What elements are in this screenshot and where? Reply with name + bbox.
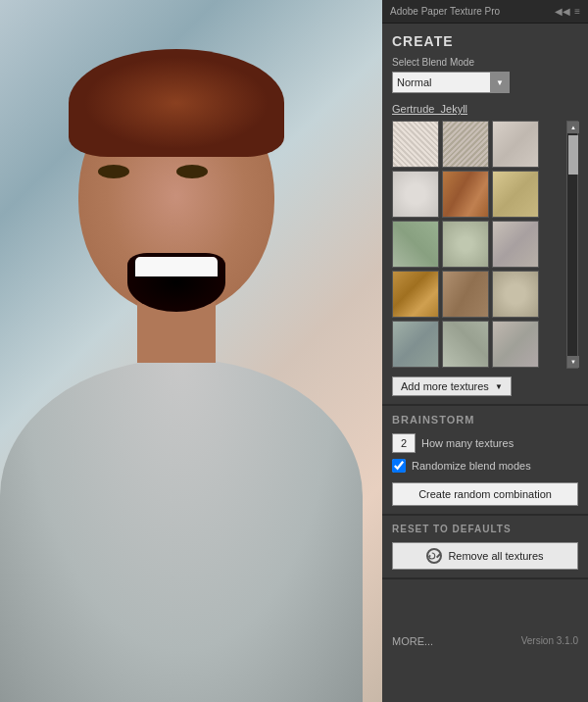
texture-thumb[interactable] — [492, 121, 539, 168]
add-textures-label: Add more textures — [401, 380, 489, 392]
scroll-down-arrow[interactable]: ▼ — [567, 356, 579, 368]
texture-thumb[interactable] — [492, 171, 539, 218]
person-body — [0, 359, 363, 702]
randomize-row: Randomize blend modes — [392, 459, 578, 473]
texture-thumb[interactable] — [442, 171, 489, 218]
blend-mode-label: Select Blend Mode — [392, 57, 578, 68]
create-section: CREATE Select Blend Mode Normal Multiply… — [382, 24, 588, 406]
blend-mode-select[interactable]: Normal Multiply Screen Overlay Soft Ligh… — [392, 72, 510, 93]
create-random-button[interactable]: Create random combination — [392, 482, 578, 506]
brainstorm-title: BRAINSTORM — [392, 414, 578, 426]
texture-thumb[interactable] — [392, 321, 439, 368]
texture-thumb[interactable] — [492, 321, 539, 368]
texture-thumb[interactable] — [442, 221, 489, 268]
panel-controls[interactable]: ◀◀ ≡ — [555, 6, 580, 17]
collapse-icon[interactable]: ◀◀ — [555, 6, 570, 17]
add-textures-button[interactable]: Add more textures ▼ — [392, 376, 512, 396]
how-many-row: How many textures — [392, 433, 578, 453]
create-title: CREATE — [392, 33, 578, 49]
panel-title: Adobe Paper Texture Pro — [390, 6, 500, 17]
person-hair — [69, 49, 284, 157]
texture-thumb[interactable] — [492, 221, 539, 268]
panel-header: Adobe Paper Texture Pro ◀◀ ≡ — [382, 0, 588, 24]
person-teeth-top — [135, 257, 218, 276]
texture-author[interactable]: Gertrude_Jekyll — [392, 103, 578, 115]
texture-thumb[interactable] — [392, 221, 439, 268]
how-many-label: How many textures — [421, 437, 514, 449]
texture-thumb[interactable] — [392, 271, 439, 318]
reset-section: RESET TO DEFAULTS Remove all textures — [382, 516, 588, 579]
texture-scrollbar[interactable]: ▲ ▼ — [566, 121, 578, 369]
scroll-thumb[interactable] — [568, 135, 578, 175]
texture-thumb[interactable] — [392, 121, 439, 168]
texture-grid — [392, 121, 564, 369]
texture-thumb[interactable] — [442, 121, 489, 168]
more-section: MORE... Version 3.1.0 — [382, 579, 588, 702]
remove-textures-button[interactable]: Remove all textures — [392, 542, 578, 570]
remove-icon — [426, 548, 442, 564]
texture-thumb[interactable] — [392, 171, 439, 218]
person-eye-right — [176, 165, 208, 178]
brainstorm-section: BRAINSTORM How many textures Randomize b… — [382, 406, 588, 516]
person-eye-left — [98, 165, 129, 178]
refresh-icon — [428, 551, 436, 561]
version-text: Version 3.1.0 — [521, 635, 578, 646]
how-many-input[interactable] — [392, 433, 416, 453]
more-link[interactable]: MORE... — [392, 635, 433, 647]
scroll-up-arrow[interactable]: ▲ — [567, 122, 579, 133]
randomize-label: Randomize blend modes — [412, 460, 531, 472]
reset-title: RESET TO DEFAULTS — [392, 524, 578, 534]
menu-icon[interactable]: ≡ — [574, 6, 580, 17]
blend-mode-wrapper: Normal Multiply Screen Overlay Soft Ligh… — [392, 72, 510, 93]
add-textures-arrow-icon: ▼ — [495, 382, 503, 391]
randomize-checkbox[interactable] — [392, 459, 406, 473]
remove-textures-label: Remove all textures — [448, 550, 543, 562]
svg-marker-0 — [429, 555, 431, 558]
texture-thumb[interactable] — [442, 321, 489, 368]
texture-thumb[interactable] — [442, 271, 489, 318]
texture-grid-wrapper: ▲ ▼ — [392, 121, 578, 369]
texture-thumb[interactable] — [492, 271, 539, 318]
panel: Adobe Paper Texture Pro ◀◀ ≡ CREATE Sele… — [382, 0, 588, 702]
background-photo — [0, 0, 382, 702]
